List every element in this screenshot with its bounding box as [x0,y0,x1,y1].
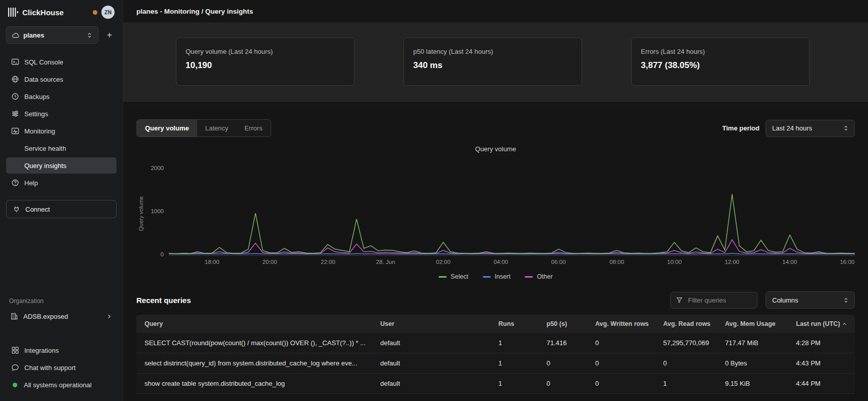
chevron-up-down-icon [843,125,849,131]
chart-plot[interactable] [169,157,855,256]
stat-card-p50-latency: p50 latency (Last 24 hours) 340 ms [404,38,582,86]
time-period-select[interactable]: Last 24 hours [766,120,855,137]
chart-y-axis: Query volume 2000 1000 0 [136,157,169,270]
sort-asc-icon [842,322,847,326]
stat-value: 340 ms [413,60,572,71]
y-axis-label: Query volume [136,157,146,270]
sidebar-item-settings[interactable]: Settings [6,106,117,122]
system-status-link[interactable]: All systems operational [6,377,117,393]
tab-errors[interactable]: Errors [236,120,270,137]
clickhouse-logo[interactable]: ClickHouse [8,8,64,17]
sidebar-nav: SQL Console Data sources Backups Setting… [6,54,117,191]
query-cell[interactable]: SELECT CAST(round(pow(count() / max(coun… [136,333,374,353]
recent-queries-header: Recent queries Columns [136,291,855,309]
chart-legend: Select Insert Other [136,273,855,280]
notification-dot[interactable] [93,10,97,15]
legend-item-select[interactable]: Select [439,273,468,280]
organization-block: Organization ADSB.exposed [6,297,117,325]
sidebar-item-help[interactable]: Help [6,175,117,191]
col-avg-read[interactable]: Avg. Read rows [657,315,719,333]
chat-support-link[interactable]: Chat with support [6,359,117,376]
monitoring-icon [11,127,19,135]
sidebar-item-sql-console[interactable]: SQL Console [6,54,117,70]
filter-icon [676,296,683,304]
organization-selector[interactable]: ADSB.exposed [6,308,117,325]
legend-swatch [439,276,447,278]
help-icon [11,179,19,187]
organization-name: ADSB.exposed [23,313,68,320]
service-selector[interactable]: planes [6,26,98,44]
filter-queries-box[interactable] [670,292,757,309]
avg-written-cell: 0 [589,374,657,394]
tab-query-volume[interactable]: Query volume [137,120,197,137]
col-user[interactable]: User [374,315,492,333]
status-ok-icon [13,383,17,387]
sidebar-item-monitoring[interactable]: Monitoring [6,123,117,139]
system-status-label: All systems operational [24,381,92,389]
sidebar-item-data-sources[interactable]: Data sources [6,71,117,87]
x-tick: 22:00 [321,259,336,265]
sidebar-item-label: Backups [24,93,50,101]
console-icon [11,58,19,66]
p50-cell: 0 [540,374,589,394]
avg-mem-cell: 9.15 KiB [719,374,790,394]
x-tick: 12:00 [725,259,739,265]
chat-support-label: Chat with support [24,364,76,372]
sidebar-item-label: Service health [24,145,66,152]
col-avg-written[interactable]: Avg. Written rows [589,315,657,333]
x-tick: 28. Jun [376,259,395,265]
sidebar-item-query-insights[interactable]: Query insights [6,157,117,174]
sidebar-item-service-health[interactable]: Service health [6,140,117,156]
x-tick: 08:00 [609,259,624,265]
series-line-other [169,240,855,254]
table-row[interactable]: SELECT CAST(round(pow(count() / max(coun… [136,333,855,353]
series-line-select [169,194,855,254]
tabs-row: Query volume Latency Errors Time period … [136,119,855,137]
legend-item-insert[interactable]: Insert [483,273,511,280]
col-avg-mem[interactable]: Avg. Mem Usage [719,315,790,333]
x-tick: 04:00 [493,259,508,265]
query-cell[interactable]: show create table system.distributed_cac… [136,374,374,394]
y-ticks: 2000 1000 0 [146,157,169,270]
stat-card-query-volume: Query volume (Last 24 hours) 10,190 [176,38,354,86]
integrations-label: Integrations [24,347,59,354]
avg-written-cell: 0 [589,333,657,353]
backups-icon [11,92,19,101]
connect-button[interactable]: Connect [6,200,117,218]
add-service-button[interactable] [102,28,117,42]
columns-select[interactable]: Columns [766,291,855,309]
sidebar-footer: Integrations Chat with support All syste… [6,342,117,393]
filter-queries-input[interactable] [687,296,752,305]
user-cell: default [374,374,492,394]
sidebar-item-backups[interactable]: Backups [6,88,117,105]
avatar[interactable]: ZN [101,6,115,19]
tab-latency[interactable]: Latency [197,120,237,137]
x-tick: 18:00 [205,259,220,265]
legend-item-other[interactable]: Other [525,273,553,280]
legend-label: Other [537,273,553,280]
stat-label: Errors (Last 24 hours) [641,48,800,55]
service-name: planes [23,31,82,39]
app-title: ClickHouse [22,8,64,17]
col-p50[interactable]: p50 (s) [540,315,589,333]
user-cell: default [374,333,492,353]
avg-read-cell: 0 [657,353,719,374]
query-cell[interactable]: select distrinct(query_id) from system.d… [136,353,374,374]
col-runs[interactable]: Runs [492,315,540,333]
col-query[interactable]: Query [136,315,374,333]
sidebar-item-label: SQL Console [24,58,63,66]
stat-value: 3,877 (38.05%) [641,60,800,71]
col-last-run[interactable]: Last run (UTC) [790,315,855,333]
legend-label: Select [451,273,468,280]
avg-mem-cell: 717.47 MiB [719,333,790,353]
x-ticks: 18:00 20:00 22:00 28. Jun 02:00 04:00 06… [169,259,855,270]
last-run-cell: 4:43 PM [790,353,855,374]
legend-swatch [483,276,491,278]
table-row[interactable]: select distrinct(query_id) from system.d… [136,353,855,374]
integrations-link[interactable]: Integrations [6,342,117,358]
avg-written-cell: 0 [589,353,657,374]
table-row[interactable]: show create table system.distributed_cac… [136,374,855,394]
chevron-up-down-icon [843,297,849,304]
last-run-cell: 4:44 PM [790,374,855,394]
legend-swatch [525,276,533,278]
